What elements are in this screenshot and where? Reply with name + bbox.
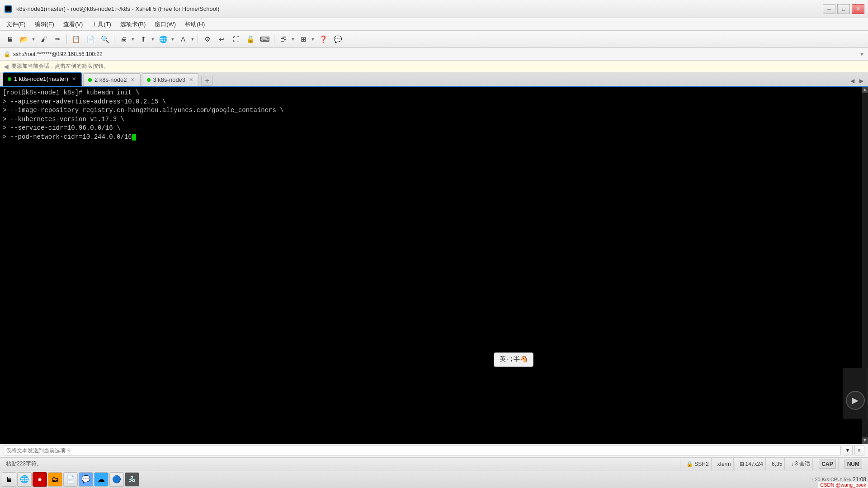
app-window: k8s-node1(master) - root@k8s-node1:~/k8s…: [0, 0, 868, 488]
tb-print[interactable]: 🖨: [117, 33, 130, 46]
menu-tabs[interactable]: 选项卡(B): [116, 19, 150, 30]
tb-new-win-arrow[interactable]: ▼: [290, 33, 296, 46]
play-icon: ▶: [852, 395, 859, 405]
tb-open-arrow[interactable]: ▼: [31, 33, 36, 46]
maximize-button[interactable]: □: [837, 4, 850, 14]
tabs-nav-next[interactable]: ▶: [857, 76, 865, 86]
tab-k8s-node2[interactable]: 2 k8s-node2 ✕: [83, 73, 141, 86]
num-badge: NUM: [844, 460, 862, 469]
cap-badge: CAP: [819, 460, 835, 469]
svg-rect-1: [5, 6, 11, 11]
minimize-button[interactable]: ─: [823, 4, 835, 14]
taskbar-item-1[interactable]: 🖥: [2, 472, 16, 487]
tb-new-win[interactable]: 🗗: [277, 33, 290, 46]
tb-split[interactable]: ⊞: [297, 33, 310, 46]
taskbar-right: ↑ 20 K/s CPU: 5% 21:08 CSDN @wang_book: [811, 476, 866, 483]
tb-eraser[interactable]: ✏: [51, 33, 64, 46]
tab-close-2[interactable]: ✕: [130, 76, 136, 83]
tb-open-group: 📂 ▼: [17, 33, 36, 46]
tab-label-3: 3 k8s-node3: [153, 76, 186, 83]
taskbar-item-3[interactable]: ●: [33, 472, 47, 487]
media-bottom: [843, 410, 868, 414]
add-tab-button[interactable]: +: [201, 76, 213, 86]
tab-k8s-node1[interactable]: 1 k8s-node1(master) ✕: [3, 72, 82, 86]
send-dropdown-button[interactable]: ▼: [843, 446, 853, 455]
tb-split-arrow[interactable]: ▼: [310, 33, 316, 46]
tb-globe-group: 🌐 ▼: [156, 33, 175, 46]
tb-copy[interactable]: 📋: [69, 33, 83, 46]
term-line-4: > --service-cidr=10.96.0.0/16 \: [3, 124, 865, 133]
app-icon: [4, 5, 13, 14]
cpu-stat: CPU: 5%: [830, 477, 851, 482]
taskbar-item-7[interactable]: ☁: [94, 472, 108, 487]
tabs-nav: ◀ ▶: [848, 76, 865, 86]
taskbar-item-8[interactable]: 🔵: [109, 472, 124, 487]
tab-close-1[interactable]: ✕: [71, 75, 77, 82]
tb-globe[interactable]: 🌐: [156, 33, 170, 46]
menu-file[interactable]: 文件(F): [2, 19, 30, 30]
tb-upload-group: ⬆ ▼: [137, 33, 156, 46]
tb-find[interactable]: 🔍: [98, 33, 112, 46]
tb-fullscreen[interactable]: ⛶: [229, 33, 243, 46]
term-label: xterm: [717, 461, 731, 467]
network-up: ↑ 20 K/s: [811, 477, 829, 482]
tb-script[interactable]: ⚙: [200, 33, 214, 46]
status-num: NUM: [842, 458, 864, 470]
tab-k8s-node3[interactable]: 3 k8s-node3 ✕: [142, 73, 199, 86]
menu-tools[interactable]: 工具(T): [87, 19, 116, 30]
tb-sep-4: [274, 34, 274, 44]
taskbar-item-9[interactable]: 🖧: [125, 472, 139, 487]
tb-kbd[interactable]: ⌨: [258, 33, 272, 46]
term-line-5: > --pod-network-cidr=10.244.0.0/16: [3, 133, 865, 142]
window-title: k8s-node1(master) - root@k8s-node1:~/k8s…: [16, 5, 819, 12]
scroll-down-arrow[interactable]: ▼: [862, 437, 868, 444]
scroll-up-arrow[interactable]: ▲: [862, 87, 868, 93]
taskbar-item-2[interactable]: 🌐: [17, 472, 32, 487]
paste-label: 粘贴223字符。: [6, 460, 42, 468]
menu-view[interactable]: 查看(V): [59, 19, 87, 30]
term-line-3: > --kubernetes-version v1.17.3 \: [3, 115, 865, 124]
ime-text: 英·;半🐴: [500, 356, 528, 363]
menu-help[interactable]: 帮助(H): [180, 19, 209, 30]
address-lock-icon: 🔒: [4, 51, 10, 57]
taskbar-item-6[interactable]: 💬: [79, 472, 93, 487]
tb-color[interactable]: 🖌: [37, 33, 51, 46]
tb-chat[interactable]: 💬: [331, 33, 344, 46]
tabs-nav-prev[interactable]: ◀: [848, 76, 856, 86]
tb-upload-arrow[interactable]: ▼: [150, 33, 156, 46]
term-line-0: [root@k8s-node1 k8s]# kubeadm init \: [3, 89, 865, 98]
terminal-wrapper: [root@k8s-node1 k8s]# kubeadm init \ > -…: [0, 87, 868, 444]
tab-dot-active: [8, 77, 11, 81]
close-button[interactable]: ✕: [852, 4, 864, 14]
tab-close-3[interactable]: ✕: [188, 76, 194, 83]
taskbar-item-5[interactable]: 📄: [63, 472, 78, 487]
tb-new-session[interactable]: 🖥: [3, 33, 16, 46]
tb-sep-1: [66, 34, 67, 44]
term-line-1: > --apiserver-advertise-address=10.0.2.1…: [3, 98, 865, 107]
tb-split-group: ⊞ ▼: [297, 33, 316, 46]
send-input-field[interactable]: [4, 446, 841, 455]
tb-open[interactable]: 📂: [17, 33, 31, 46]
tb-globe-arrow[interactable]: ▼: [170, 33, 175, 46]
tb-paste[interactable]: 📄: [84, 33, 97, 46]
menu-edit[interactable]: 编辑(E): [30, 19, 59, 30]
tb-font-arrow[interactable]: ▼: [190, 33, 195, 46]
menu-window[interactable]: 窗口(W): [150, 19, 180, 30]
taskbar-item-4[interactable]: 🗂: [48, 472, 62, 487]
tb-print-arrow[interactable]: ▼: [130, 33, 136, 46]
play-button[interactable]: ▶: [846, 391, 865, 410]
terminal[interactable]: [root@k8s-node1 k8s]# kubeadm init \ > -…: [0, 87, 868, 444]
tb-help[interactable]: ❓: [316, 33, 330, 46]
tb-macro[interactable]: ↩: [215, 33, 228, 46]
tb-lock[interactable]: 🔒: [244, 33, 257, 46]
tb-font[interactable]: A: [176, 33, 190, 46]
toolbar: 🖥 📂 ▼ 🖌 ✏ 📋 📄 🔍 🖨 ▼ ⬆ ▼ 🌐 ▼ A ▼: [0, 31, 868, 48]
window-controls: ─ □ ✕: [823, 4, 864, 14]
tb-upload[interactable]: ⬆: [137, 33, 150, 46]
address-expand-icon[interactable]: ▼: [859, 52, 864, 57]
tab-dot-2: [88, 78, 92, 82]
taskbar: 🖥 🌐 ● 🗂 📄 💬 ☁ 🔵 🖧 ↑ 20 K/s CPU: 5% 21:08…: [0, 470, 868, 488]
send-options-button[interactable]: ≡: [854, 446, 864, 455]
title-bar: k8s-node1(master) - root@k8s-node1:~/k8s…: [0, 0, 868, 18]
terminal-cursor: [132, 134, 136, 141]
